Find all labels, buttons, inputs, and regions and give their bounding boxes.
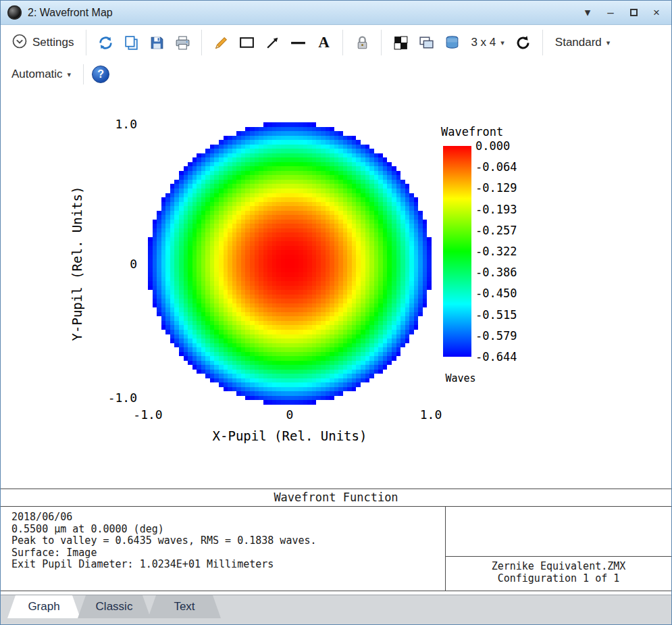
line-tool-button[interactable] [287, 30, 309, 55]
file-info-empty-cell [446, 507, 671, 557]
info-panel-body: 2018/06/06 0.5500 μm at 0.0000 (deg) Pea… [1, 507, 671, 591]
aspect-ratio-button[interactable] [390, 30, 411, 55]
maximize-icon [630, 9, 638, 16]
app-icon [7, 5, 22, 20]
legend-tick: -0.129 [475, 182, 517, 193]
legend-tick: 0.000 [475, 141, 517, 151]
automatic-dropdown[interactable]: Automatic ▾ [7, 62, 75, 86]
wavefront-map-canvas [148, 122, 432, 405]
layers-stack-icon [444, 34, 461, 51]
analysis-date: 2018/06/06 [11, 511, 445, 524]
legend-tick: -0.322 [475, 246, 517, 257]
analysis-summary: 2018/06/06 0.5500 μm at 0.0000 (deg) Pea… [1, 507, 445, 591]
legend-tick: -0.450 [475, 288, 517, 299]
toolbar-separator [201, 30, 202, 55]
file-info: Zernike Equivalent.ZMX Configuration 1 o… [446, 557, 671, 591]
minimize-button[interactable]: – [604, 6, 617, 20]
save-icon [149, 34, 165, 51]
legend-tick: -0.193 [475, 204, 517, 215]
tab-classic[interactable]: Classic [78, 595, 151, 618]
legend-colorbar [443, 146, 471, 357]
toolbar-separator [83, 64, 84, 84]
legend-title: Wavefront [441, 125, 503, 139]
analysis-exit-pupil: Exit Pupil Diameter: 1.0234E+01 Millimet… [11, 559, 445, 571]
clone-window-button[interactable] [415, 30, 437, 55]
rectangle-tool-button[interactable] [236, 30, 257, 55]
lock-icon [354, 34, 371, 51]
grid-size-dropdown[interactable]: 3 x 4 ▾ [467, 30, 508, 55]
y-axis-label: Y-Pupil (Rel. Units) [70, 186, 84, 341]
arrow-icon [264, 34, 281, 51]
x-tick-label: 0 [286, 407, 294, 422]
copy-button[interactable] [120, 30, 142, 55]
analysis-wavelength: 0.5500 μm at 0.0000 (deg) [11, 524, 445, 536]
window-title: 2: Wavefront Map [28, 7, 581, 19]
tab-graph[interactable]: Graph [7, 595, 80, 618]
lock-button[interactable] [351, 30, 373, 55]
reset-button[interactable] [513, 30, 534, 55]
info-panel-header: Wavefront Function [1, 489, 671, 507]
arrow-tool-button[interactable] [261, 30, 283, 55]
view-tabstrip: Graph Classic Text [1, 595, 671, 625]
legend-unit-label: Waves [440, 372, 482, 384]
pencil-tool-button[interactable] [210, 30, 232, 55]
close-button[interactable]: × [650, 6, 663, 20]
configuration-label: Configuration 1 of 1 [446, 572, 671, 584]
grid-size-label: 3 x 4 [471, 36, 496, 49]
settings-chevron-icon [11, 33, 28, 52]
window-menu-caret-icon[interactable]: ▾ [581, 6, 594, 20]
checker-grid-icon [392, 34, 409, 51]
toolbar-main: Settings A [1, 25, 671, 60]
legend-tick: -0.257 [475, 225, 517, 236]
y-tick-label: 1.0 [95, 117, 137, 130]
chevron-down-icon: ▾ [606, 39, 611, 47]
layers-button[interactable] [441, 30, 463, 55]
reset-circular-arrow-icon [515, 34, 532, 51]
analysis-surface: Surface: Image [11, 547, 445, 559]
x-axis-label: X-Pupil (Rel. Units) [213, 428, 367, 443]
lens-file-name: Zernike Equivalent.ZMX [446, 560, 671, 572]
save-button[interactable] [146, 30, 167, 55]
legend-tick: -0.064 [475, 161, 517, 172]
y-tick-label: 0 [95, 257, 137, 270]
maximize-button[interactable] [627, 6, 640, 20]
wavefront-map-window: 2: Wavefront Map ▾ – × Settings [0, 0, 672, 625]
help-button[interactable]: ? [92, 66, 109, 83]
print-button[interactable] [172, 30, 193, 55]
standard-dropdown[interactable]: Standard ▾ [551, 30, 615, 55]
clone-window-icon [418, 34, 435, 51]
window-controls: ▾ – × [581, 6, 666, 20]
tab-text[interactable]: Text [148, 595, 221, 618]
text-tool-button[interactable]: A [313, 30, 334, 55]
print-icon [174, 34, 191, 51]
toolbar-separator [86, 30, 86, 55]
analysis-pv-rms: Peak to valley = 0.6435 waves, RMS = 0.1… [11, 535, 445, 547]
standard-dropdown-label: Standard [555, 36, 602, 49]
automatic-dropdown-label: Automatic [11, 68, 63, 81]
legend-tick-labels: 0.000 -0.064 -0.129 -0.193 -0.257 -0.322… [475, 141, 517, 362]
toolbar-separator [542, 30, 543, 55]
text-tool-icon: A [318, 34, 330, 51]
legend-tick: -0.644 [475, 351, 517, 362]
x-tick-label: 1.0 [420, 407, 442, 422]
settings-label: Settings [32, 36, 74, 49]
titlebar[interactable]: 2: Wavefront Map ▾ – × [1, 1, 671, 25]
y-tick-label: -1.0 [95, 391, 137, 404]
file-info-cell: Zernike Equivalent.ZMX Configuration 1 o… [445, 507, 671, 591]
line-icon [290, 34, 307, 51]
legend-tick: -0.386 [475, 267, 517, 278]
plot-area: Y-Pupil (Rel. Units) 1.0 0 -1.0 -1.0 0 1… [1, 89, 671, 489]
info-panel: Wavefront Function 2018/06/06 0.5500 μm … [1, 489, 671, 591]
legend-tick: -0.579 [475, 330, 517, 341]
copy-icon [123, 34, 140, 51]
rectangle-icon [238, 34, 255, 51]
settings-button[interactable]: Settings [7, 30, 78, 55]
toolbar-separator [381, 30, 382, 55]
refresh-button[interactable] [95, 30, 116, 55]
pencil-icon [213, 34, 230, 51]
toolbar-secondary: Automatic ▾ ? [1, 60, 671, 89]
legend-tick: -0.515 [475, 309, 517, 320]
chevron-down-icon: ▾ [500, 39, 505, 47]
chevron-down-icon: ▾ [68, 70, 72, 79]
refresh-icon [97, 34, 114, 51]
